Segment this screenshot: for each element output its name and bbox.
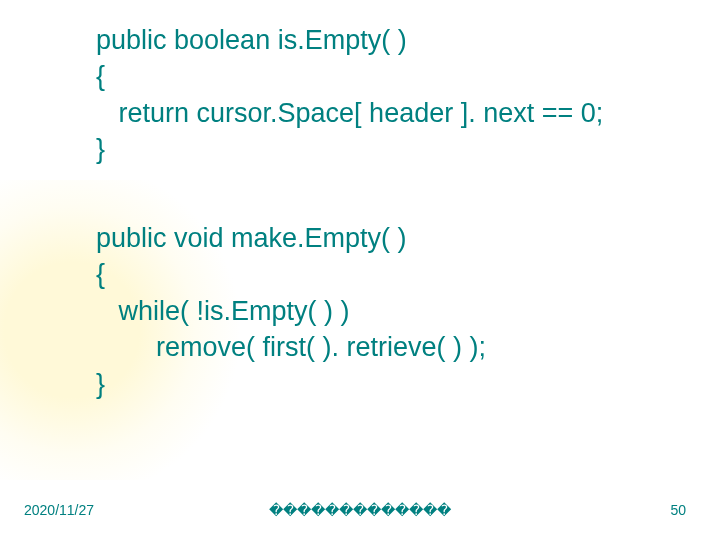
code-line: return cursor.Space[ header ]. next == 0… [96,98,603,128]
code-block-makeempty: public void make.Empty( ) { while( !is.E… [96,220,486,402]
code-line: } [96,369,105,399]
footer-date: 2020/11/27 [24,502,94,518]
code-line: public boolean is.Empty( ) [96,25,407,55]
footer-center-text: ������������� [269,502,451,518]
code-block-isempty: public boolean is.Empty( ) { return curs… [96,22,603,168]
code-line: } [96,134,105,164]
footer-page-number: 50 [670,502,686,518]
code-line: while( !is.Empty( ) ) [96,296,350,326]
code-line: { [96,61,105,91]
code-line: remove( first( ). retrieve( ) ); [96,332,486,362]
code-line: { [96,259,105,289]
code-line: public void make.Empty( ) [96,223,407,253]
